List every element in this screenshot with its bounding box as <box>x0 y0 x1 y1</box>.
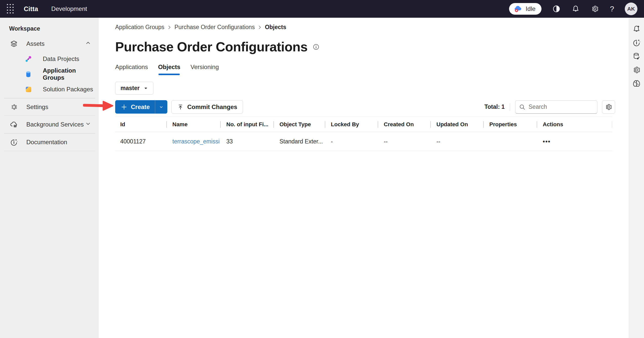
chevron-right-icon <box>167 25 172 30</box>
brain-icon[interactable] <box>632 78 642 89</box>
sidebar-item-label: Documentation <box>26 139 67 146</box>
plus-icon <box>121 104 127 110</box>
column-header-name: Name <box>166 121 220 128</box>
upload-icon <box>177 104 184 110</box>
column-header-locked-by: Locked By <box>325 121 378 128</box>
info-sparkle-icon[interactable] <box>632 37 642 48</box>
cell-object-type: Standard Exter... <box>273 138 325 145</box>
total-count: Total: 1 <box>484 103 505 110</box>
create-button[interactable]: Create <box>115 100 167 114</box>
table-row: 40001127 terrascope_emission 33 Standard… <box>115 132 612 151</box>
sidebar-item-application-groups[interactable]: Application Groups <box>0 67 99 82</box>
sidebar-item-solution-packages[interactable]: Solution Packages <box>0 82 99 97</box>
column-header-object-type: Object Type <box>273 121 325 128</box>
table-header-row: Id Name No. of input Fi... Object Type L… <box>115 117 612 132</box>
sidebar-item-background-services[interactable]: Background Services <box>0 117 99 132</box>
status-label: Idle <box>526 5 536 12</box>
commit-changes-label: Commit Changes <box>187 103 237 111</box>
sidebar-item-label: Data Projects <box>43 55 79 62</box>
sidebar-item-data-projects[interactable]: Data Projects <box>0 51 99 67</box>
sidebar-divider <box>4 133 95 134</box>
breadcrumb-purchase-order-configurations[interactable]: Purchase Order Configurations <box>174 24 255 31</box>
gear-icon[interactable] <box>632 65 642 75</box>
info-icon[interactable] <box>313 44 319 50</box>
chevron-down-icon <box>159 104 164 110</box>
cell-locked-by: - <box>325 138 378 145</box>
notifications-bell-icon[interactable] <box>571 5 580 13</box>
sidebar-item-settings[interactable]: Settings <box>0 99 99 115</box>
theme-contrast-icon[interactable] <box>552 5 561 13</box>
chevron-right-icon <box>257 25 262 30</box>
sidebar-item-label: Assets <box>26 40 45 47</box>
column-header-created-on: Created On <box>378 121 430 128</box>
settings-gear-icon[interactable] <box>591 5 599 13</box>
sidebar-item-label: Application Groups <box>43 67 99 81</box>
divider <box>510 103 510 111</box>
package-icon <box>24 85 33 94</box>
chevron-down-icon <box>85 121 91 128</box>
app-launcher-icon[interactable] <box>6 4 15 14</box>
gear-icon <box>10 103 18 111</box>
sidebar-divider <box>4 151 95 151</box>
tab-versioning[interactable]: Versioning <box>190 64 219 75</box>
search-icon <box>519 104 526 110</box>
create-dropdown-toggle[interactable] <box>155 100 167 114</box>
sidebar: Workspace Assets <box>0 18 99 338</box>
top-bar: Citta Development Idle <box>0 0 644 18</box>
database-connect-icon[interactable] <box>632 51 642 61</box>
help-question-icon[interactable]: ? <box>610 5 614 13</box>
branch-selector[interactable]: master <box>115 82 153 95</box>
layers-icon <box>10 39 18 48</box>
gear-icon <box>605 103 612 111</box>
sidebar-item-documentation[interactable]: Documentation <box>0 135 99 150</box>
sidebar-item-label: Background Services <box>26 121 84 128</box>
create-button-label: Create <box>131 103 150 111</box>
cell-name-link[interactable]: terrascope_emission <box>172 138 219 145</box>
cloud-error-icon <box>514 5 522 12</box>
product-name[interactable]: Citta <box>24 5 38 13</box>
breadcrumb-objects: Objects <box>265 24 286 31</box>
table-settings-button[interactable] <box>602 100 615 114</box>
branch-label: master <box>120 85 139 92</box>
toolbar: Create Commit Changes Total: 1 <box>115 100 615 114</box>
page-title: Purchase Order Configurations <box>115 39 308 54</box>
chevron-up-icon <box>85 40 91 48</box>
bell-badge-icon[interactable] <box>632 24 642 34</box>
breadcrumb: Application Groups Purchase Order Config… <box>115 24 615 31</box>
right-icon-rail <box>629 18 644 338</box>
main-content: Application Groups Purchase Order Config… <box>99 18 629 338</box>
cloud-services-icon <box>10 120 18 129</box>
sidebar-item-label: Settings <box>26 103 48 111</box>
data-projects-icon <box>24 55 33 63</box>
column-header-updated-on: Updated On <box>430 121 483 128</box>
connection-status-pill[interactable]: Idle <box>509 3 542 15</box>
row-actions-button[interactable]: ••• <box>537 138 612 145</box>
tab-applications[interactable]: Applications <box>115 64 148 75</box>
cell-created-on: -- <box>378 138 430 145</box>
sidebar-item-label: Solution Packages <box>43 86 93 93</box>
workspace-section-label: Workspace <box>9 25 99 32</box>
breadcrumb-application-groups[interactable]: Application Groups <box>115 24 164 31</box>
environment-name[interactable]: Development <box>51 5 87 12</box>
cell-id: 40001127 <box>115 138 166 145</box>
sidebar-item-assets[interactable]: Assets <box>0 36 99 51</box>
column-header-properties: Properties <box>483 121 537 128</box>
sidebar-divider <box>4 98 95 98</box>
app-window: Citta Development Idle <box>0 0 644 338</box>
column-header-actions: Actions <box>537 121 612 128</box>
commit-changes-button[interactable]: Commit Changes <box>171 100 243 114</box>
tab-objects[interactable]: Objects <box>158 64 180 75</box>
search-box <box>515 100 597 114</box>
info-sparkle-icon <box>10 138 18 146</box>
column-header-no-of-input-fields: No. of input Fi... <box>220 121 273 128</box>
tab-bar: Applications Objects Versioning <box>115 64 615 75</box>
objects-table: Id Name No. of input Fi... Object Type L… <box>115 117 612 151</box>
search-input[interactable] <box>529 103 594 110</box>
sidebar-divider <box>4 116 95 116</box>
column-header-id: Id <box>115 121 166 128</box>
cell-updated-on: -- <box>430 138 483 145</box>
database-cylinder-icon <box>24 70 33 78</box>
avatar[interactable]: AK <box>625 3 637 15</box>
caret-down-icon <box>144 86 148 91</box>
cell-no-of-input-fields: 33 <box>220 138 273 145</box>
